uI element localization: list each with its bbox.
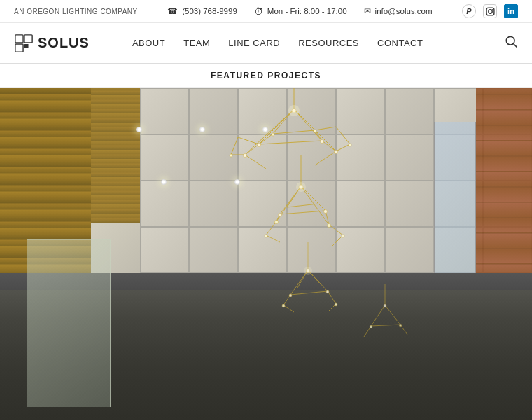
- svg-point-59: [265, 234, 267, 237]
- svg-line-50: [266, 221, 276, 235]
- svg-point-87: [304, 267, 312, 275]
- logo-text: SOLUS: [38, 35, 90, 51]
- svg-point-34: [244, 154, 247, 158]
- featured-projects-bar: FEATURED PROJECTS: [0, 64, 532, 88]
- featured-projects-label: FEATURED PROJECTS: [211, 71, 321, 80]
- top-bar: AN OREGON LIGHTING COMPANY ☎ (503) 768-9…: [0, 0, 532, 23]
- svg-line-69: [284, 305, 294, 312]
- svg-line-27: [238, 137, 259, 144]
- svg-line-28: [231, 137, 238, 155]
- svg-line-49: [287, 204, 318, 207]
- svg-line-68: [328, 291, 336, 304]
- svg-point-75: [335, 303, 337, 306]
- svg-point-7: [506, 36, 514, 45]
- svg-point-55: [279, 214, 282, 217]
- linkedin-icon[interactable]: in: [504, 4, 518, 18]
- svg-line-20: [245, 155, 266, 169]
- instagram-icon[interactable]: [483, 4, 497, 18]
- social-links: P in: [462, 4, 518, 18]
- nav-line-card[interactable]: LINE CARD: [228, 38, 280, 48]
- svg-rect-0: [486, 8, 494, 15]
- svg-line-24: [315, 127, 336, 130]
- svg-rect-6: [24, 43, 29, 48]
- svg-line-15: [245, 109, 294, 155]
- svg-point-38: [230, 154, 232, 157]
- chandeliers-decoration: [0, 88, 532, 420]
- svg-line-53: [332, 235, 343, 246]
- svg-line-46: [280, 211, 326, 214]
- svg-line-21: [273, 130, 315, 134]
- svg-line-8: [514, 44, 517, 48]
- phone-icon: ☎: [167, 6, 178, 16]
- svg-point-72: [289, 294, 292, 297]
- email-address: info@solus.com: [375, 7, 433, 15]
- logo[interactable]: SOLUS: [14, 23, 111, 63]
- main-navigation: SOLUS ABOUT TEAM LINE CARD RESOURCES CON…: [0, 23, 532, 64]
- nav-contact[interactable]: CONTACT: [377, 38, 423, 48]
- logo-icon: [14, 34, 34, 53]
- svg-line-66: [290, 291, 328, 295]
- svg-point-83: [370, 326, 372, 328]
- svg-point-31: [258, 144, 261, 147]
- svg-point-86: [296, 182, 306, 192]
- nav-team[interactable]: TEAM: [183, 38, 210, 48]
- svg-line-19: [315, 151, 336, 165]
- contact-info: ☎ (503) 768-9999 ⏱ Mon - Fri: 8:00 - 17:…: [167, 6, 432, 17]
- svg-line-26: [336, 144, 350, 151]
- hero-image: [0, 88, 532, 420]
- phone-item[interactable]: ☎ (503) 768-9999: [167, 6, 237, 16]
- svg-line-77: [371, 305, 385, 326]
- svg-point-36: [314, 130, 316, 132]
- svg-point-74: [282, 304, 285, 307]
- svg-point-82: [384, 304, 386, 307]
- business-hours: Mon - Fri: 8:00 - 17:00: [267, 7, 347, 15]
- svg-line-79: [371, 325, 400, 326]
- email-item[interactable]: ✉ info@solus.com: [364, 6, 433, 16]
- svg-point-73: [326, 290, 329, 293]
- svg-line-16: [259, 141, 322, 144]
- nav-links: ABOUT TEAM LINE CARD RESOURCES CONTACT: [132, 38, 504, 48]
- email-icon: ✉: [364, 6, 371, 16]
- svg-line-51: [266, 235, 280, 242]
- svg-line-52: [329, 225, 343, 235]
- svg-point-60: [342, 234, 344, 237]
- svg-point-33: [335, 150, 338, 154]
- search-icon[interactable]: [504, 34, 518, 52]
- nav-about[interactable]: ABOUT: [132, 38, 165, 48]
- svg-point-35: [272, 133, 274, 136]
- svg-point-32: [321, 140, 324, 144]
- svg-line-78: [385, 305, 400, 325]
- nav-resources[interactable]: RESOURCES: [298, 38, 359, 48]
- svg-point-1: [488, 9, 491, 13]
- company-tagline: AN OREGON LIGHTING COMPANY: [14, 8, 138, 15]
- svg-line-17: [245, 144, 259, 155]
- svg-rect-4: [24, 34, 32, 42]
- clock-icon: ⏱: [254, 6, 263, 17]
- svg-rect-5: [15, 43, 23, 51]
- svg-line-25: [336, 127, 350, 144]
- svg-point-58: [328, 224, 331, 227]
- svg-rect-3: [15, 34, 23, 42]
- svg-point-57: [275, 220, 279, 224]
- svg-point-84: [399, 324, 402, 327]
- svg-point-56: [324, 210, 328, 214]
- pinterest-icon[interactable]: P: [462, 4, 476, 18]
- svg-point-37: [349, 144, 351, 146]
- svg-line-18: [322, 141, 336, 151]
- phone-number: (503) 768-9999: [182, 7, 237, 15]
- hours-item: ⏱ Mon - Fri: 8:00 - 17:00: [254, 6, 347, 17]
- svg-point-85: [288, 105, 300, 116]
- svg-point-2: [491, 8, 492, 9]
